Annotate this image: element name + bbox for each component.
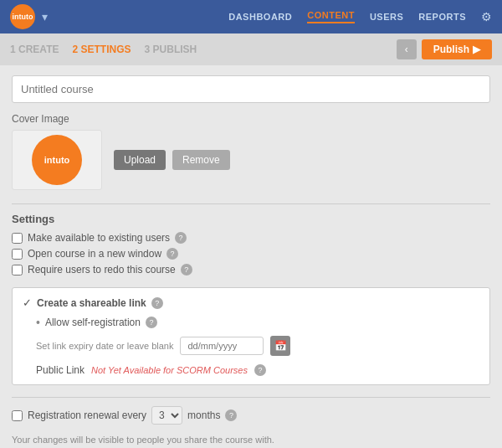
cover-buttons: Upload Remove xyxy=(114,150,230,170)
help-icon-shareable[interactable]: ? xyxy=(151,297,163,309)
not-available-text: Not Yet Available for SCORM Courses xyxy=(91,365,248,375)
nav-reports[interactable]: REPORTS xyxy=(418,12,466,22)
divider-2 xyxy=(12,397,490,398)
back-button[interactable]: ‹ xyxy=(397,39,417,59)
help-icon-public-link[interactable]: ? xyxy=(254,364,266,376)
cover-thumbnail: intuto xyxy=(12,130,102,190)
shareable-header: ✓ Create a shareable link ? xyxy=(23,296,479,309)
main-content: Cover Image intuto Upload Remove Setting… xyxy=(0,65,502,448)
steps-bar: 1 CREATE 2 SETTINGS 3 PUBLISH ‹ Publish … xyxy=(0,33,502,65)
nav-dropdown-arrow[interactable]: ▾ xyxy=(42,10,48,23)
course-title-input[interactable] xyxy=(12,75,490,103)
date-input[interactable] xyxy=(180,337,264,355)
checkbox-new-window[interactable] xyxy=(12,249,23,260)
self-registration-row: • Allow self-registration ? xyxy=(36,316,479,329)
nav-dashboard[interactable]: DASHBOARD xyxy=(228,12,292,22)
renewal-checkbox[interactable] xyxy=(12,410,23,421)
step-3[interactable]: 3 PUBLISH xyxy=(145,44,197,55)
upload-button[interactable]: Upload xyxy=(114,150,166,170)
checkbox-row-2: Open course in a new window ? xyxy=(12,248,490,260)
nav-left: intuto ▾ xyxy=(10,4,48,29)
calendar-icon: 📅 xyxy=(274,340,287,352)
public-link-label: Public Link xyxy=(36,364,85,376)
logo[interactable]: intuto xyxy=(10,4,35,29)
top-navigation: intuto ▾ DASHBOARD CONTENT USERS REPORTS… xyxy=(0,0,502,33)
settings-icon[interactable]: ⚙ xyxy=(481,10,492,23)
cover-image-label: Cover Image xyxy=(12,113,490,125)
expiry-row: Set link expiry date or leave blank 📅 xyxy=(36,336,479,356)
checkbox-label-2: Open course in a new window xyxy=(28,248,161,260)
renewal-label-pre: Registration renewal every xyxy=(28,409,146,421)
steps-actions: ‹ Publish ▶ xyxy=(397,39,492,59)
remove-button[interactable]: Remove xyxy=(172,150,230,170)
help-icon-2[interactable]: ? xyxy=(166,248,178,260)
footer-note: Your changes will be visible to people y… xyxy=(12,435,490,445)
shareable-title: Create a shareable link xyxy=(37,297,146,309)
checkbox-redo[interactable] xyxy=(12,265,23,275)
checkbox-available[interactable] xyxy=(12,233,23,244)
cover-image-row: intuto Upload Remove xyxy=(12,130,490,190)
nav-users[interactable]: USERS xyxy=(370,12,403,22)
help-icon-renewal[interactable]: ? xyxy=(225,409,237,421)
expiry-label: Set link expiry date or leave blank xyxy=(36,341,173,351)
renewal-row: Registration renewal every 3 months ? xyxy=(12,406,490,425)
renewal-select[interactable]: 3 xyxy=(151,406,182,425)
help-icon-3[interactable]: ? xyxy=(181,264,192,275)
shareable-link-section: ✓ Create a shareable link ? • Allow self… xyxy=(12,287,490,385)
checkbox-label-1: Make available to existing users xyxy=(28,232,170,244)
checkbox-row-1: Make available to existing users ? xyxy=(12,232,490,244)
help-icon-self-reg[interactable]: ? xyxy=(146,317,157,328)
checkbox-label-3: Require users to redo this course xyxy=(28,264,176,275)
public-link-row: Public Link Not Yet Available for SCORM … xyxy=(36,364,479,376)
bullet-icon: • xyxy=(36,316,40,329)
publish-button[interactable]: Publish ▶ xyxy=(422,39,492,59)
step-2[interactable]: 2 SETTINGS xyxy=(72,44,131,55)
self-reg-label: Allow self-registration xyxy=(45,317,141,328)
cover-logo: intuto xyxy=(32,135,82,185)
settings-section: Settings Make available to existing user… xyxy=(12,213,490,275)
settings-title: Settings xyxy=(12,213,490,225)
step-1[interactable]: 1 CREATE xyxy=(10,44,59,55)
calendar-button[interactable]: 📅 xyxy=(270,336,290,356)
steps-list: 1 CREATE 2 SETTINGS 3 PUBLISH xyxy=(10,44,197,55)
nav-links: DASHBOARD CONTENT USERS REPORTS ⚙ xyxy=(228,10,492,23)
help-icon-1[interactable]: ? xyxy=(175,232,187,244)
checkbox-row-3: Require users to redo this course ? xyxy=(12,264,490,275)
nav-content[interactable]: CONTENT xyxy=(307,10,355,23)
renewal-label-post: months xyxy=(187,409,220,421)
divider-1 xyxy=(12,203,490,204)
checkmark-icon: ✓ xyxy=(23,296,32,309)
